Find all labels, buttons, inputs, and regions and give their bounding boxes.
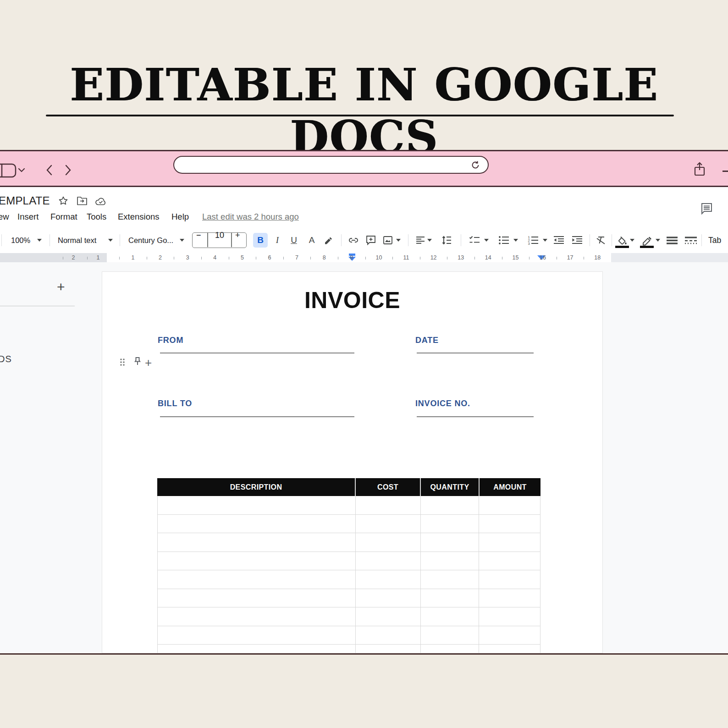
- bullet-list-icon[interactable]: [498, 229, 510, 251]
- insert-link-icon[interactable]: [347, 229, 359, 251]
- table-cell[interactable]: [479, 589, 540, 607]
- new-tab-icon[interactable]: [722, 171, 728, 172]
- decrease-font-button[interactable]: −: [196, 231, 201, 240]
- table-cell[interactable]: [158, 533, 356, 552]
- table-cell[interactable]: [158, 626, 356, 645]
- table-cell[interactable]: [158, 515, 356, 533]
- table-cell[interactable]: [158, 496, 356, 514]
- header-amount[interactable]: AMOUNT: [480, 478, 540, 496]
- chevron-down-icon[interactable]: [17, 167, 26, 173]
- image-caret-icon[interactable]: [396, 239, 401, 242]
- table-row[interactable]: [158, 552, 540, 571]
- menu-format[interactable]: Format: [50, 212, 77, 222]
- table-cell[interactable]: [479, 515, 540, 533]
- add-row-button[interactable]: +: [145, 356, 152, 370]
- table-row[interactable]: [158, 607, 540, 626]
- align-icon[interactable]: [415, 229, 426, 251]
- table-cell[interactable]: [479, 626, 540, 645]
- document-page[interactable]: INVOICE FROM DATE + BILL TO INVOICE NO. …: [102, 271, 603, 653]
- back-icon[interactable]: [45, 164, 54, 176]
- table-cell[interactable]: [158, 570, 356, 589]
- url-bar[interactable]: [173, 156, 489, 174]
- table-row[interactable]: [158, 645, 540, 653]
- table-cell[interactable]: [421, 533, 480, 552]
- table-cell[interactable]: [356, 570, 421, 589]
- table-cell[interactable]: [158, 552, 356, 570]
- invoice-no-field-line[interactable]: [417, 416, 534, 417]
- font-caret-icon[interactable]: [180, 239, 184, 242]
- checklist-caret-icon[interactable]: [484, 239, 489, 242]
- add-comment-icon[interactable]: [365, 229, 376, 251]
- line-spacing-icon[interactable]: [441, 229, 452, 251]
- fill-caret-icon[interactable]: [630, 239, 634, 242]
- insert-image-icon[interactable]: [382, 229, 393, 251]
- italic-button[interactable]: I: [271, 233, 283, 248]
- table-cell[interactable]: [479, 570, 540, 589]
- table-cell[interactable]: [356, 589, 421, 607]
- table-cell[interactable]: [356, 645, 421, 653]
- ruler[interactable]: 21123456789101112131415161718: [0, 253, 728, 263]
- table-cell[interactable]: [421, 607, 480, 626]
- table-menu-partial[interactable]: Tab: [708, 229, 721, 251]
- refresh-icon[interactable]: [470, 160, 480, 170]
- table-cell[interactable]: [158, 645, 356, 653]
- table-cell[interactable]: [479, 607, 540, 626]
- text-color-button[interactable]: A: [306, 233, 318, 248]
- increase-indent-icon[interactable]: [571, 229, 583, 251]
- increase-font-button[interactable]: +: [235, 231, 240, 240]
- align-caret-icon[interactable]: [427, 239, 432, 242]
- header-cost[interactable]: COST: [356, 478, 421, 496]
- table-cell[interactable]: [421, 552, 480, 570]
- table-cell[interactable]: [421, 496, 480, 514]
- star-icon[interactable]: [58, 195, 69, 206]
- table-cell[interactable]: [421, 515, 480, 533]
- sidebar-icon[interactable]: [0, 163, 17, 178]
- bold-button[interactable]: B: [253, 233, 268, 248]
- header-quantity[interactable]: QUANTITY: [421, 478, 480, 496]
- header-description[interactable]: DESCRIPTION: [157, 478, 356, 496]
- table-row[interactable]: [158, 589, 540, 608]
- menu-extensions[interactable]: Extensions: [118, 212, 160, 222]
- table-cell[interactable]: [479, 496, 540, 514]
- share-icon[interactable]: [692, 161, 707, 178]
- style-caret-icon[interactable]: [108, 239, 113, 242]
- move-folder-icon[interactable]: [77, 196, 88, 206]
- fill-color-icon[interactable]: [616, 230, 628, 252]
- numbered-list-icon[interactable]: 123: [527, 229, 539, 251]
- table-cell[interactable]: [158, 589, 356, 607]
- decrease-indent-icon[interactable]: [553, 229, 565, 251]
- underline-button[interactable]: U: [288, 233, 300, 248]
- menu-tools[interactable]: Tools: [87, 212, 106, 222]
- numbered-caret-icon[interactable]: [543, 239, 547, 242]
- table-cell[interactable]: [356, 607, 421, 626]
- pin-row-icon[interactable]: [132, 356, 143, 368]
- cloud-saved-icon[interactable]: [95, 197, 107, 206]
- border-style-icon[interactable]: [684, 229, 698, 251]
- table-row[interactable]: [158, 533, 540, 552]
- font-select[interactable]: Century Go...: [128, 229, 173, 251]
- date-field-line[interactable]: [417, 353, 534, 353]
- highlighter-caret-icon[interactable]: [656, 239, 660, 242]
- zoom-select[interactable]: 100%: [11, 229, 30, 251]
- highlighter-icon[interactable]: [641, 230, 654, 252]
- table-row[interactable]: [158, 496, 540, 515]
- table-cell[interactable]: [421, 570, 480, 589]
- table-cell[interactable]: [421, 645, 480, 653]
- menu-view-partial[interactable]: ew: [0, 212, 9, 222]
- drag-handle-icon[interactable]: [119, 357, 126, 368]
- forward-icon[interactable]: [63, 164, 72, 176]
- table-cell[interactable]: [479, 533, 540, 552]
- table-cell[interactable]: [356, 496, 421, 514]
- table-cell[interactable]: [158, 607, 356, 626]
- from-field-line[interactable]: [160, 353, 354, 353]
- checklist-icon[interactable]: [469, 229, 480, 251]
- table-cell[interactable]: [421, 589, 480, 607]
- menu-help[interactable]: Help: [171, 212, 189, 222]
- bill-to-field-line[interactable]: [160, 416, 354, 417]
- document-title[interactable]: EMPLATE: [0, 194, 50, 207]
- table-cell[interactable]: [356, 533, 421, 552]
- table-row[interactable]: [158, 570, 540, 589]
- highlight-color-button[interactable]: [323, 229, 334, 251]
- zoom-caret-icon[interactable]: [37, 239, 42, 242]
- table-row[interactable]: [158, 515, 540, 534]
